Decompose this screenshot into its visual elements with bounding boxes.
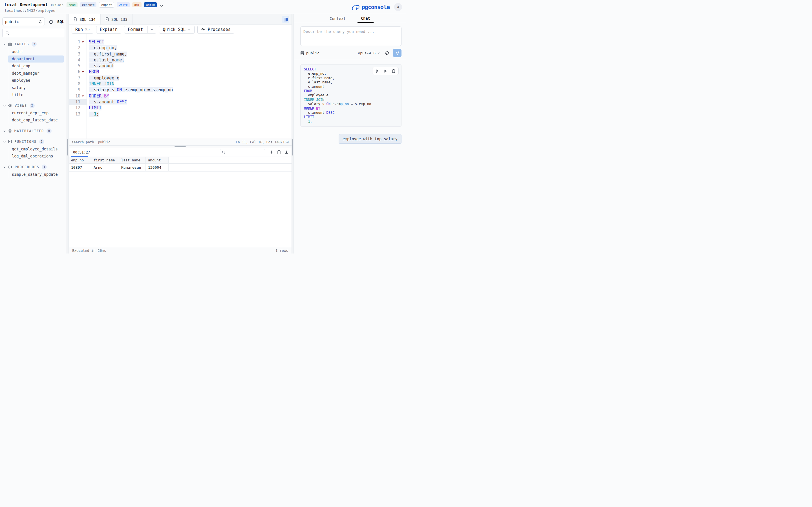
column-header-amount[interactable]: amount [146, 157, 168, 163]
results-splitter[interactable] [69, 145, 292, 148]
search-path-status: search_path: public [71, 140, 110, 144]
sidebar-item-get-employee-details[interactable]: get_employee_details [8, 146, 64, 153]
editor-toolbar: Run ⌘↵ Explain Format Quick SQL Processe… [69, 25, 292, 34]
sidebar-item-audit[interactable]: audit [8, 48, 64, 55]
user-message-bubble: employee with top salary [339, 134, 402, 144]
layers-icon [8, 129, 12, 133]
file-code-icon [73, 17, 77, 21]
procedures-count-badge: 1 [42, 165, 47, 170]
drag-handle[interactable] [67, 139, 68, 156]
sidebar-item-log-dml-operations[interactable]: log_dml_operations [8, 153, 64, 160]
section-materialized[interactable]: MATERIALIZED 0 [2, 127, 64, 135]
column-header-emp-no[interactable]: emp_no [69, 157, 91, 163]
permission-badge-explain: explain [50, 2, 64, 7]
query-timer-tab[interactable]: 00:51:27 [70, 148, 93, 157]
run-snippet-icon[interactable] [375, 69, 379, 73]
copy-results-icon[interactable] [277, 150, 281, 154]
section-views[interactable]: VIEWS 2 [2, 102, 64, 109]
sidebar-resize-divider[interactable] [66, 14, 69, 253]
function-icon [8, 139, 12, 144]
refresh-icon[interactable] [49, 19, 54, 24]
select-updown-icon [39, 20, 42, 24]
fold-icon[interactable] [82, 96, 84, 97]
editor-code[interactable]: SELECT e.emp_no, e.first_name, e.last_na… [87, 34, 292, 138]
chat-input[interactable]: Describe the query you need ... [300, 26, 402, 46]
execution-time: Executed in 26ms [72, 248, 106, 252]
brand-logo: pgconsole [352, 3, 390, 11]
quick-sql-button[interactable]: Quick SQL [159, 25, 195, 34]
database-icon [300, 51, 304, 55]
send-button[interactable] [393, 49, 402, 57]
sidebar-search-input[interactable] [2, 29, 64, 37]
section-tables[interactable]: TABLES 7 [2, 41, 64, 48]
column-header-last-name[interactable]: last_name [119, 157, 146, 163]
model-select[interactable]: opus-4.6 [358, 51, 380, 55]
connection-chevron-down-icon[interactable] [160, 4, 163, 8]
panel-divider [294, 60, 406, 60]
cell-amount[interactable]: 136004 [146, 164, 168, 171]
chat-resize-divider[interactable] [292, 14, 294, 253]
sidebar-item-dept-emp-latest-date[interactable]: dept_emp_latest_date [8, 117, 64, 124]
functions-tree: get_employee_details log_dml_operations [8, 146, 64, 160]
section-procedures[interactable]: PROCEDURES 1 [2, 163, 64, 171]
add-result-tab-icon[interactable] [269, 150, 273, 154]
download-results-icon[interactable] [285, 150, 289, 154]
sidebar-item-department[interactable]: department [8, 55, 64, 63]
active-tab-indicator [71, 156, 88, 157]
schema-select[interactable]: public [2, 17, 45, 26]
permission-badge-execute: execute [80, 2, 96, 7]
code-actions [372, 67, 399, 75]
views-count-badge: 2 [30, 103, 35, 108]
chat-controls: public opus-4.6 [300, 49, 402, 57]
permission-badge-admin: admin [144, 2, 157, 7]
fold-icon[interactable] [82, 41, 84, 43]
app-header: Local Development explain read execute e… [0, 0, 406, 14]
chevron-down-icon[interactable] [151, 28, 154, 31]
query-workspace: SQL 134 SQL 133 Run ⌘↵ Explain Format Qu… [69, 14, 292, 253]
results-search-input[interactable] [220, 149, 265, 155]
schema-chip[interactable]: public [300, 51, 319, 55]
cell-first-name[interactable]: Arno [91, 164, 119, 171]
assistant-panel: Context Chat Describe the query you need… [294, 14, 406, 253]
tab-chat[interactable]: Chat [357, 14, 373, 23]
assistant-tab-bar: Context Chat [294, 14, 406, 23]
table-grid-icon [8, 42, 12, 47]
tab-sql-134[interactable]: SQL 134 [69, 14, 101, 24]
format-button[interactable]: Format [124, 25, 156, 34]
column-header-first-name[interactable]: first_name [91, 157, 119, 163]
sidebar-item-dept-emp[interactable]: dept_emp [8, 62, 64, 70]
processes-button[interactable]: Processes [197, 25, 234, 34]
tab-context[interactable]: Context [326, 14, 349, 23]
sidebar-item-employee[interactable]: employee [8, 77, 64, 84]
drag-handle[interactable] [174, 146, 186, 147]
cell-emp-no[interactable]: 10897 [69, 164, 91, 171]
drag-handle[interactable] [292, 139, 293, 156]
procedures-tree: simple_salary_update [8, 171, 64, 178]
active-line-number: 11 [69, 99, 87, 105]
tab-sql-133[interactable]: SQL 133 [101, 14, 133, 24]
clear-chat-eraser-icon[interactable] [385, 51, 389, 55]
sidebar-item-title[interactable]: title [8, 91, 64, 99]
table-row[interactable]: 10897 Arno Kumaresan 136004 [69, 164, 292, 172]
split-panel-icon[interactable] [282, 16, 289, 23]
permission-badge-read: read [66, 2, 78, 7]
section-functions[interactable]: FUNCTIONS 2 [2, 138, 64, 145]
sidebar-item-current-dept-emp[interactable]: current_dept_emp [8, 110, 64, 117]
results-empty-area [69, 172, 292, 247]
connection-string: localhost:5432/employee [4, 8, 402, 13]
explain-button[interactable]: Explain [96, 25, 121, 34]
insert-to-editor-icon[interactable] [384, 69, 388, 73]
sidebar-item-salary[interactable]: salary [8, 84, 64, 92]
fold-icon[interactable] [82, 71, 84, 73]
sql-editor[interactable]: 1 2 3 4 5 6 7 8 9 10 11 12 13 SELECT e.e… [69, 34, 292, 138]
sidebar-item-dept-manager[interactable]: dept_manager [8, 70, 64, 77]
results-footer: Executed in 26ms 1 rows [69, 247, 292, 253]
user-avatar[interactable]: A [394, 3, 402, 11]
copy-snippet-icon[interactable] [392, 69, 395, 73]
run-button[interactable]: Run ⌘↵ [71, 25, 93, 34]
materialized-count-badge: 0 [47, 128, 52, 133]
cell-last-name[interactable]: Kumaresan [119, 164, 146, 171]
sidebar-item-simple-salary-update[interactable]: simple_salary_update [8, 171, 64, 178]
chevron-down-icon [3, 43, 6, 46]
sql-mode-label[interactable]: SQL [57, 19, 64, 24]
